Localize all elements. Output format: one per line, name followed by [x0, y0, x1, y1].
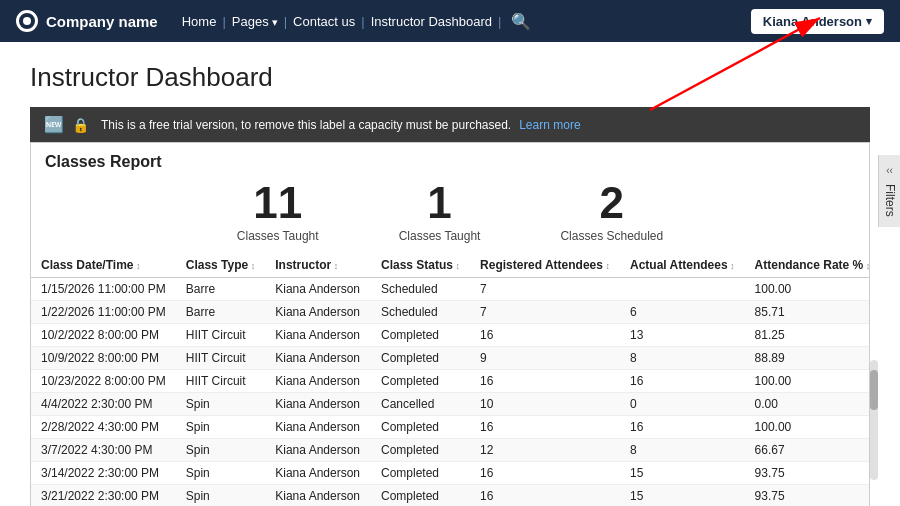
table-cell: 15 [620, 462, 745, 485]
table-cell: Kiana Anderson [265, 393, 371, 416]
table-cell: Completed [371, 416, 470, 439]
table-cell: Barre [176, 301, 266, 324]
table-cell: Scheduled [371, 278, 470, 301]
table-cell: 10/2/2022 8:00:00 PM [31, 324, 176, 347]
brand[interactable]: Company name [16, 10, 158, 32]
nav-sep-1: | [222, 14, 225, 29]
table-cell: 0.00 [745, 393, 869, 416]
bell-icon: 🆕 [44, 115, 64, 134]
table-header-row: Class Date/Time Class Type Instructor Cl… [31, 253, 869, 278]
classes-table: Class Date/Time Class Type Instructor Cl… [31, 253, 869, 506]
stat-label-3: Classes Scheduled [560, 229, 663, 243]
col-class-status[interactable]: Class Status [371, 253, 470, 278]
banner-text: This is a free trial version, to remove … [101, 118, 511, 132]
stat-label-1: Classes Taught [237, 229, 319, 243]
table-row: 1/15/2026 11:00:00 PMBarreKiana Anderson… [31, 278, 869, 301]
table-row: 10/9/2022 8:00:00 PMHIIT CircuitKiana An… [31, 347, 869, 370]
nav-home[interactable]: Home [182, 12, 217, 31]
table-cell: Kiana Anderson [265, 416, 371, 439]
nav-contact[interactable]: Contact us [293, 12, 355, 31]
table-cell: Spin [176, 485, 266, 507]
table-cell: 7 [470, 278, 620, 301]
stat-number-3: 2 [560, 181, 663, 225]
table-cell: 85.71 [745, 301, 869, 324]
brand-name: Company name [46, 13, 158, 30]
table-row: 3/7/2022 4:30:00 PMSpinKiana AndersonCom… [31, 439, 869, 462]
nav-sep-4: | [498, 14, 501, 29]
table-cell: Spin [176, 439, 266, 462]
table-cell: 2/28/2022 4:30:00 PM [31, 416, 176, 439]
col-class-type[interactable]: Class Type [176, 253, 266, 278]
table-cell [620, 278, 745, 301]
table-cell: Kiana Anderson [265, 370, 371, 393]
table-cell: Barre [176, 278, 266, 301]
table-cell: 100.00 [745, 416, 869, 439]
nav-pages[interactable]: Pages [232, 12, 278, 31]
filters-chevron-icon: ‹‹ [886, 165, 893, 176]
table-cell: 8 [620, 347, 745, 370]
table-cell: 3/7/2022 4:30:00 PM [31, 439, 176, 462]
table-cell: 3/21/2022 2:30:00 PM [31, 485, 176, 507]
table-cell: 10 [470, 393, 620, 416]
table-cell: Kiana Anderson [265, 324, 371, 347]
filters-sidebar[interactable]: ‹‹ Filters [878, 155, 900, 227]
stats-row: 11 Classes Taught 1 Classes Taught 2 Cla… [31, 171, 869, 253]
table-cell: 81.25 [745, 324, 869, 347]
table-cell: Spin [176, 416, 266, 439]
table-cell: 0 [620, 393, 745, 416]
search-icon[interactable]: 🔍 [507, 12, 535, 31]
table-cell: 3/14/2022 2:30:00 PM [31, 462, 176, 485]
table-cell: Kiana Anderson [265, 462, 371, 485]
table-cell: 16 [470, 462, 620, 485]
col-registered[interactable]: Registered Attendees [470, 253, 620, 278]
stat-classes-taught-1: 1 Classes Taught [399, 181, 481, 243]
table-cell: Kiana Anderson [265, 301, 371, 324]
learn-more-link[interactable]: Learn more [519, 118, 580, 132]
brand-icon [16, 10, 38, 32]
table-cell: 93.75 [745, 485, 869, 507]
table-row: 3/14/2022 2:30:00 PMSpinKiana AndersonCo… [31, 462, 869, 485]
col-date-time[interactable]: Class Date/Time [31, 253, 176, 278]
table-cell: Completed [371, 485, 470, 507]
table-cell: Kiana Anderson [265, 439, 371, 462]
scrollbar-thumb[interactable] [870, 370, 878, 410]
nav-sep-3: | [361, 14, 364, 29]
col-instructor[interactable]: Instructor [265, 253, 371, 278]
user-name-label: Kiana Anderson [763, 14, 862, 29]
stat-classes-taught-11: 11 Classes Taught [237, 181, 319, 243]
table-cell: Completed [371, 370, 470, 393]
table-cell: 7 [470, 301, 620, 324]
col-attendance-rate[interactable]: Attendance Rate % [745, 253, 869, 278]
lock-icon: 🔒 [72, 117, 89, 133]
table-cell: 100.00 [745, 370, 869, 393]
table-cell: Completed [371, 462, 470, 485]
table-row: 10/2/2022 8:00:00 PMHIIT CircuitKiana An… [31, 324, 869, 347]
table-cell: 93.75 [745, 462, 869, 485]
table-cell: 12 [470, 439, 620, 462]
table-cell: 13 [620, 324, 745, 347]
filters-label: Filters [883, 184, 897, 217]
table-row: 4/4/2022 2:30:00 PMSpinKiana AndersonCan… [31, 393, 869, 416]
classes-table-container[interactable]: Class Date/Time Class Type Instructor Cl… [31, 253, 869, 506]
table-cell: HIIT Circuit [176, 324, 266, 347]
table-cell: 16 [470, 485, 620, 507]
stat-number-2: 1 [399, 181, 481, 225]
table-row: 10/23/2022 8:00:00 PMHIIT CircuitKiana A… [31, 370, 869, 393]
table-cell: 15 [620, 485, 745, 507]
col-actual[interactable]: Actual Attendees [620, 253, 745, 278]
table-cell: Kiana Anderson [265, 485, 371, 507]
table-cell: Kiana Anderson [265, 278, 371, 301]
scrollbar-track[interactable] [870, 360, 878, 480]
table-cell: Cancelled [371, 393, 470, 416]
trial-banner: 🆕 🔒 This is a free trial version, to rem… [30, 107, 870, 142]
user-menu-button[interactable]: Kiana Anderson [751, 9, 884, 34]
table-cell: Scheduled [371, 301, 470, 324]
table-cell: 66.67 [745, 439, 869, 462]
table-cell: Kiana Anderson [265, 347, 371, 370]
table-cell: 16 [470, 324, 620, 347]
table-cell: 16 [620, 370, 745, 393]
nav-instructor-dashboard[interactable]: Instructor Dashboard [371, 12, 492, 31]
table-cell: 16 [620, 416, 745, 439]
table-cell: 16 [470, 370, 620, 393]
table-cell: Completed [371, 347, 470, 370]
